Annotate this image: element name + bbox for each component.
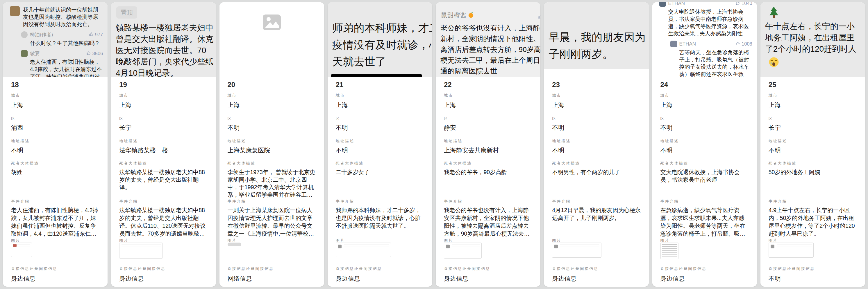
field-value-deceased: 李昶生于1973年， 曾就读于北京史家胡同小学、北京二中、北京四中，于1992年… — [227, 168, 317, 198]
field-label-event: 事件介绍 — [444, 199, 463, 204]
field-label-direct: 直接信息还是间接信息 — [769, 266, 815, 271]
field-value-district: 不明 — [227, 123, 317, 132]
record-preview-image: 午十点左右，长宁的一小地务工阿姨，在出租屋里了2个小时的120赶到时人 — [761, 2, 865, 77]
emoji-row — [769, 6, 865, 20]
record-preview-image: 早晨，我的朋友因为子刚刚两岁。 — [544, 2, 649, 77]
image-thumbnail[interactable] — [11, 243, 32, 257]
screenshot-text-line: 地务工阿姨，在出租屋里 — [765, 32, 865, 43]
field-value-city: 上海 — [227, 101, 317, 109]
user-avatar-icon — [21, 50, 28, 57]
field-label-address: 地址描述 — [769, 138, 787, 144]
thumbs-up-icon — [89, 32, 94, 38]
user-avatar-icon — [670, 41, 677, 47]
field-label-event: 事件介绍 — [552, 199, 570, 204]
thumbnail-avatar-icon — [771, 245, 774, 248]
screenshot-text-line: 天就去世了 — [332, 53, 432, 70]
screenshot-text-line: 镇路某楼一楼独居老夫妇中 — [116, 22, 216, 33]
image-thumbnail[interactable] — [119, 243, 163, 258]
record-card[interactable]: 早晨，我的朋友因为子刚刚两岁。23城市上海区不明地址描述不明死者大体描述不明男性… — [544, 2, 649, 287]
field-value-address: 上海某康复医院 — [227, 146, 317, 154]
field-label-city: 城市 — [336, 93, 345, 98]
thumbnail-text-lines — [122, 245, 161, 256]
thumbnail-text-lines — [662, 244, 677, 257]
pinned-badge: 置顶 — [116, 6, 137, 19]
record-preview-image: 我几十年前就认识的一位胡姓朋友也是因为封控、核酸检测等原因没有得到及时救治而死亡… — [3, 2, 107, 77]
like-count: 3506 — [86, 51, 103, 57]
record-number: 18 — [11, 81, 19, 89]
field-label-address: 地址描述 — [227, 138, 246, 144]
field-label-deceased: 死者大体描述 — [444, 161, 472, 166]
field-value-city: 上海 — [769, 101, 858, 109]
field-label-event: 事件介绍 — [660, 199, 679, 204]
record-card[interactable]: 20城市上海区不明地址描述上海某康复医院死者大体描述李昶生于1973年， 曾就读… — [219, 2, 324, 287]
record-card[interactable]: 鼠甜橙酱老公的爷爷也没有计入，上海静新村，全家阴的情况下他阳性。离酒店后差点转去… — [436, 2, 540, 287]
thumbnail-text-lines — [560, 245, 599, 256]
comment-text: 老人住浦西，有陈旧性脑梗，4.2摔跤，女儿被封在浦东过不了江，妹妹们虽住浦西但也… — [30, 58, 103, 77]
field-value-direct: 身边信息 — [552, 275, 642, 283]
image-thumbnail[interactable] — [444, 243, 482, 258]
field-value-district: 静安 — [444, 123, 533, 132]
thumbnail-avatar-icon — [338, 245, 342, 248]
field-value-direct: 网络信息 — [227, 275, 317, 283]
record-preview-image: 置顶镇路某楼一楼独居老夫妇中曾是交大出版社翻译。休克医无对接医院而去世。70晚敲… — [111, 2, 216, 77]
like-count-number: 1040 — [742, 2, 752, 6]
field-label-city: 城市 — [660, 93, 670, 98]
field-value-deceased: 我老公的爷爷，90岁高龄 — [444, 168, 533, 176]
field-label-city: 城市 — [769, 93, 778, 98]
field-label-district: 区 — [227, 116, 232, 121]
record-card[interactable]: ETHAN1040交大电院退休教授，上海书协会员，书法家吴中南老师在急诊病逝，缺… — [652, 2, 757, 287]
wechat-thread: 我几十年前就认识的一位胡姓朋友也是因为封控、核酸检测等原因没有得到及时救治而死亡… — [3, 2, 107, 77]
field-label-deceased: 死者大体描述 — [552, 161, 580, 166]
field-label-event: 事件介绍 — [769, 199, 787, 204]
image-thumbnail[interactable] — [336, 243, 391, 257]
record-number: 23 — [552, 81, 560, 89]
thumbnail-avatar-icon — [554, 245, 558, 248]
field-value-deceased: 二十多岁女子 — [336, 168, 425, 176]
record-number: 21 — [336, 81, 344, 89]
screenshot-text-line: 疫情没有及时就诊，心 — [332, 37, 432, 53]
field-value-city: 上海 — [444, 101, 533, 109]
records-gallery[interactable]: 我几十年前就认识的一位胡姓朋友也是因为封控、核酸检测等原因没有得到及时救治而死亡… — [0, 0, 868, 284]
user-avatar-icon — [21, 31, 28, 38]
field-value-city: 上海 — [660, 101, 750, 109]
screenshot-text-block: 置顶镇路某楼一楼独居老夫妇中曾是交大出版社翻译。休克医无对接医院而去世。70晚敲… — [111, 2, 216, 77]
image-thumbnail[interactable] — [227, 243, 241, 246]
field-label-direct: 直接信息还是间接信息 — [119, 266, 166, 271]
thumbs-up-icon — [736, 41, 740, 47]
field-label-direct: 直接信息还是间接信息 — [336, 266, 382, 271]
field-label-direct: 直接信息还是间接信息 — [11, 266, 58, 271]
record-card[interactable]: 午十点左右，长宁的一小地务工阿姨，在出租屋里了2个小时的120赶到时人25城市上… — [761, 2, 865, 287]
field-label-district: 区 — [11, 116, 16, 121]
field-label-event: 事件介绍 — [227, 199, 246, 204]
like-count: 1040 — [736, 2, 752, 6]
image-thumbnail[interactable] — [552, 243, 601, 258]
screenshot-text-block: 早晨，我的朋友因为子刚刚两岁。 — [544, 2, 649, 63]
comment-text: 我几十年前就认识的一位胡姓朋友也是因为封控、核酸检测等原因没有得到及时救治而死亡… — [23, 6, 103, 28]
field-label-district: 区 — [660, 116, 665, 121]
field-value-address: 上海静安去共康新村 — [444, 146, 533, 154]
username-text: 鼠甜橙酱 — [441, 11, 467, 20]
field-value-direct: 身边信息 — [119, 275, 209, 283]
screenshot-text-line: 新村，全家阴的情况下他阳性。 — [440, 33, 540, 44]
field-label-district: 区 — [336, 116, 340, 121]
record-card[interactable]: 置顶镇路某楼一楼独居老夫妇中曾是交大出版社翻译。休克医无对接医院而去世。70晚敲… — [111, 2, 216, 287]
emoji-row — [769, 57, 865, 69]
record-card[interactable]: 师弟的本科师妹，才二疫情没有及时就诊，心天就去世了21城市上海区不明地址描述不明… — [328, 2, 432, 287]
field-label-city: 城市 — [11, 93, 20, 98]
field-value-direct: 身边信息 — [11, 275, 100, 283]
image-thumbnail[interactable] — [769, 243, 814, 258]
comment-post: 我几十年前就认识的一位胡姓朋友也是因为封控、核酸检测等原因没有得到及时救治而死亡… — [10, 6, 103, 28]
field-value-city: 上海 — [11, 101, 100, 109]
screenshot-text-line: 离酒店后差点转去方舱，90岁高 — [440, 44, 540, 55]
record-card[interactable]: 我几十年前就认识的一位胡姓朋友也是因为封控、核酸检测等原因没有得到及时救治而死亡… — [3, 2, 107, 287]
field-value-district: 不明 — [552, 123, 642, 132]
field-label-city: 城市 — [444, 93, 453, 98]
comment-text: 交大电院退休教授，上海书协会员，书法家吴中南老师在急诊病逝，缺少氧气等医疗资源，… — [668, 8, 752, 37]
image-thumbnail[interactable] — [660, 243, 679, 259]
field-value-address: 不明 — [660, 146, 750, 154]
record-preview-image: 鼠甜橙酱老公的爷爷也没有计入，上海静新村，全家阴的情况下他阳性。离酒店后差点转去… — [436, 2, 540, 77]
field-label-address: 地址描述 — [444, 138, 463, 144]
image-placeholder — [219, 2, 324, 31]
record-number: 19 — [119, 81, 127, 89]
comment-reply: ETHAN1040交大电院退休教授，上海书协会员，书法家吴中南老师在急诊病逝，缺… — [659, 2, 752, 37]
